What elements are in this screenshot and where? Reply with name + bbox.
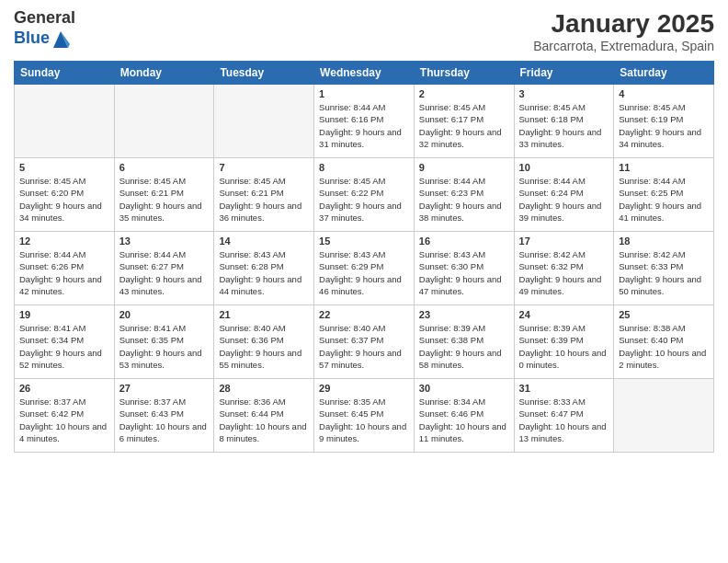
day-info: Sunrise: 8:41 AMSunset: 6:35 PMDaylight:… xyxy=(119,322,210,371)
calendar-cell: 23Sunrise: 8:39 AMSunset: 6:38 PMDayligh… xyxy=(414,305,514,379)
calendar-cell: 27Sunrise: 8:37 AMSunset: 6:43 PMDayligh… xyxy=(114,379,214,453)
calendar-week-1: 1Sunrise: 8:44 AMSunset: 6:16 PMDaylight… xyxy=(15,85,714,158)
subtitle: Barcarrota, Extremadura, Spain xyxy=(533,39,714,53)
title-block: January 2025 Barcarrota, Extremadura, Sp… xyxy=(533,9,714,53)
calendar-week-3: 12Sunrise: 8:44 AMSunset: 6:26 PMDayligh… xyxy=(15,232,714,305)
calendar-cell: 19Sunrise: 8:41 AMSunset: 6:34 PMDayligh… xyxy=(15,305,115,379)
day-number: 13 xyxy=(119,236,210,247)
day-info: Sunrise: 8:38 AMSunset: 6:40 PMDaylight:… xyxy=(619,322,709,371)
calendar-cell: 10Sunrise: 8:44 AMSunset: 6:24 PMDayligh… xyxy=(514,158,614,232)
day-info: Sunrise: 8:35 AMSunset: 6:45 PMDaylight:… xyxy=(319,396,409,444)
day-info: Sunrise: 8:42 AMSunset: 6:33 PMDaylight:… xyxy=(619,248,709,297)
day-number: 21 xyxy=(219,309,309,320)
day-number: 1 xyxy=(319,88,409,99)
day-number: 11 xyxy=(619,162,709,173)
day-number: 30 xyxy=(419,383,509,394)
calendar-cell: 9Sunrise: 8:44 AMSunset: 6:23 PMDaylight… xyxy=(414,158,514,232)
calendar-week-2: 5Sunrise: 8:45 AMSunset: 6:20 PMDaylight… xyxy=(15,158,714,232)
day-info: Sunrise: 8:44 AMSunset: 6:25 PMDaylight:… xyxy=(619,175,709,224)
day-number: 29 xyxy=(319,383,409,394)
day-number: 8 xyxy=(319,162,409,173)
day-info: Sunrise: 8:45 AMSunset: 6:21 PMDaylight:… xyxy=(219,175,309,224)
day-info: Sunrise: 8:43 AMSunset: 6:28 PMDaylight:… xyxy=(219,248,309,297)
calendar-cell: 7Sunrise: 8:45 AMSunset: 6:21 PMDaylight… xyxy=(214,158,314,232)
calendar-cell: 3Sunrise: 8:45 AMSunset: 6:18 PMDaylight… xyxy=(514,85,614,158)
day-number: 3 xyxy=(519,88,609,99)
calendar-cell: 26Sunrise: 8:37 AMSunset: 6:42 PMDayligh… xyxy=(15,379,115,453)
calendar-cell: 16Sunrise: 8:43 AMSunset: 6:30 PMDayligh… xyxy=(414,232,514,305)
calendar-cell: 14Sunrise: 8:43 AMSunset: 6:28 PMDayligh… xyxy=(214,232,314,305)
day-info: Sunrise: 8:44 AMSunset: 6:23 PMDaylight:… xyxy=(419,175,509,224)
calendar-cell: 24Sunrise: 8:39 AMSunset: 6:39 PMDayligh… xyxy=(514,305,614,379)
day-number: 23 xyxy=(419,309,509,320)
logo-blue-text: Blue xyxy=(14,29,50,48)
calendar-cell: 31Sunrise: 8:33 AMSunset: 6:47 PMDayligh… xyxy=(514,379,614,453)
col-friday: Friday xyxy=(514,62,614,85)
day-info: Sunrise: 8:36 AMSunset: 6:44 PMDaylight:… xyxy=(219,396,309,444)
calendar-cell: 20Sunrise: 8:41 AMSunset: 6:35 PMDayligh… xyxy=(114,305,214,379)
day-number: 28 xyxy=(219,383,309,394)
day-info: Sunrise: 8:43 AMSunset: 6:30 PMDaylight:… xyxy=(419,248,509,297)
day-number: 25 xyxy=(619,309,709,320)
calendar-cell xyxy=(114,85,214,158)
calendar-cell: 15Sunrise: 8:43 AMSunset: 6:29 PMDayligh… xyxy=(314,232,415,305)
day-info: Sunrise: 8:44 AMSunset: 6:16 PMDaylight:… xyxy=(319,101,409,150)
header: General Blue January 2025 Barcarrota, Ex… xyxy=(14,9,714,53)
day-info: Sunrise: 8:41 AMSunset: 6:34 PMDaylight:… xyxy=(19,322,109,371)
day-number: 9 xyxy=(419,162,509,173)
day-info: Sunrise: 8:43 AMSunset: 6:29 PMDaylight:… xyxy=(319,248,409,297)
day-number: 18 xyxy=(619,236,709,247)
page: General Blue January 2025 Barcarrota, Ex… xyxy=(0,0,728,563)
day-number: 12 xyxy=(19,236,109,247)
calendar-cell: 5Sunrise: 8:45 AMSunset: 6:20 PMDaylight… xyxy=(15,158,115,232)
day-number: 20 xyxy=(119,309,210,320)
day-info: Sunrise: 8:40 AMSunset: 6:37 PMDaylight:… xyxy=(319,322,409,371)
calendar-cell: 25Sunrise: 8:38 AMSunset: 6:40 PMDayligh… xyxy=(614,305,714,379)
calendar-cell: 29Sunrise: 8:35 AMSunset: 6:45 PMDayligh… xyxy=(314,379,415,453)
day-number: 10 xyxy=(519,162,609,173)
col-thursday: Thursday xyxy=(414,62,514,85)
calendar-cell: 22Sunrise: 8:40 AMSunset: 6:37 PMDayligh… xyxy=(314,305,415,379)
calendar-week-4: 19Sunrise: 8:41 AMSunset: 6:34 PMDayligh… xyxy=(15,305,714,379)
day-number: 2 xyxy=(419,88,509,99)
day-info: Sunrise: 8:44 AMSunset: 6:26 PMDaylight:… xyxy=(19,248,109,297)
day-info: Sunrise: 8:39 AMSunset: 6:39 PMDaylight:… xyxy=(519,322,609,371)
day-info: Sunrise: 8:33 AMSunset: 6:47 PMDaylight:… xyxy=(519,396,609,444)
col-saturday: Saturday xyxy=(614,62,714,85)
day-info: Sunrise: 8:34 AMSunset: 6:46 PMDaylight:… xyxy=(419,396,509,444)
logo-general-text: General xyxy=(14,9,75,28)
day-number: 5 xyxy=(19,162,109,173)
calendar-cell: 6Sunrise: 8:45 AMSunset: 6:21 PMDaylight… xyxy=(114,158,214,232)
day-number: 31 xyxy=(519,383,609,394)
calendar-cell: 21Sunrise: 8:40 AMSunset: 6:36 PMDayligh… xyxy=(214,305,314,379)
day-info: Sunrise: 8:37 AMSunset: 6:43 PMDaylight:… xyxy=(119,396,210,444)
calendar-cell: 8Sunrise: 8:45 AMSunset: 6:22 PMDaylight… xyxy=(314,158,415,232)
calendar-cell: 2Sunrise: 8:45 AMSunset: 6:17 PMDaylight… xyxy=(414,85,514,158)
calendar-cell: 12Sunrise: 8:44 AMSunset: 6:26 PMDayligh… xyxy=(15,232,115,305)
col-monday: Monday xyxy=(114,62,214,85)
calendar-cell xyxy=(15,85,115,158)
day-info: Sunrise: 8:44 AMSunset: 6:24 PMDaylight:… xyxy=(519,175,609,224)
calendar-cell: 17Sunrise: 8:42 AMSunset: 6:32 PMDayligh… xyxy=(514,232,614,305)
col-wednesday: Wednesday xyxy=(314,62,415,85)
calendar-cell: 11Sunrise: 8:44 AMSunset: 6:25 PMDayligh… xyxy=(614,158,714,232)
day-info: Sunrise: 8:40 AMSunset: 6:36 PMDaylight:… xyxy=(219,322,309,371)
calendar-cell: 1Sunrise: 8:44 AMSunset: 6:16 PMDaylight… xyxy=(314,85,415,158)
day-number: 15 xyxy=(319,236,409,247)
month-title: January 2025 xyxy=(533,9,714,39)
col-tuesday: Tuesday xyxy=(214,62,314,85)
calendar-cell: 18Sunrise: 8:42 AMSunset: 6:33 PMDayligh… xyxy=(614,232,714,305)
day-number: 14 xyxy=(219,236,309,247)
header-row: Sunday Monday Tuesday Wednesday Thursday… xyxy=(15,62,714,85)
col-sunday: Sunday xyxy=(15,62,115,85)
calendar-cell: 30Sunrise: 8:34 AMSunset: 6:46 PMDayligh… xyxy=(414,379,514,453)
calendar-cell: 4Sunrise: 8:45 AMSunset: 6:19 PMDaylight… xyxy=(614,85,714,158)
calendar-cell xyxy=(214,85,314,158)
day-info: Sunrise: 8:45 AMSunset: 6:18 PMDaylight:… xyxy=(519,101,609,150)
day-info: Sunrise: 8:37 AMSunset: 6:42 PMDaylight:… xyxy=(19,396,109,444)
day-info: Sunrise: 8:44 AMSunset: 6:27 PMDaylight:… xyxy=(119,248,210,297)
day-info: Sunrise: 8:45 AMSunset: 6:20 PMDaylight:… xyxy=(19,175,109,224)
calendar-week-5: 26Sunrise: 8:37 AMSunset: 6:42 PMDayligh… xyxy=(15,379,714,453)
calendar-table: Sunday Monday Tuesday Wednesday Thursday… xyxy=(14,61,714,453)
day-number: 16 xyxy=(419,236,509,247)
